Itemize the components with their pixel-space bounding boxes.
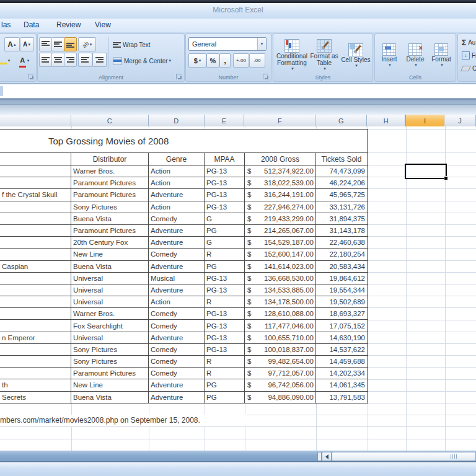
formula-bar[interactable] [0,84,476,99]
percent-format-button[interactable]: % [206,53,219,68]
gross-cell[interactable]: $318,022,539.00 [245,177,316,188]
distributor-cell[interactable]: Sony Pictures [71,356,149,367]
movie-cell[interactable] [0,225,71,236]
table-row[interactable]: CaspianBuena VistaAdventurePG$141,614,02… [0,261,368,273]
table-row[interactable]: 20th Century FoxAdventureG$154,529,187.0… [0,237,368,249]
table-row[interactable]: Paramount PicturesComedyR$97,712,057.001… [0,368,368,379]
genre-cell[interactable]: Comedy [149,249,205,260]
movie-cell[interactable] [0,249,71,260]
column-header-cropped[interactable] [0,115,71,126]
gross-cell[interactable]: $117,477,046.00 [245,320,316,331]
tickets-cell[interactable]: 18,693,327 [316,308,368,319]
align-top-button[interactable] [39,37,52,51]
distributor-cell[interactable]: Warner Bros. [71,308,149,319]
column-header-I[interactable]: I [405,115,444,126]
genre-cell[interactable]: Adventure [149,189,205,200]
horizontal-scrollbar[interactable] [0,451,476,461]
gross-cell[interactable]: $99,482,654.00 [245,356,316,367]
column-header-D[interactable]: D [149,115,205,126]
movie-cell[interactable] [0,273,71,284]
table-row[interactable]: Sony PicturesComedyPG-13$100,018,837.001… [0,344,368,356]
gross-cell[interactable]: $227,946,274.00 [245,201,316,213]
table-row[interactable]: Paramount PicturesAdventurePG$214,265,06… [0,225,368,237]
genre-cell[interactable]: Action [149,201,205,213]
tickets-cell[interactable]: 74,473,099 [316,165,368,177]
tickets-cell[interactable]: 17,075,152 [316,320,368,331]
movie-cell[interactable] [0,237,71,248]
movie-cell[interactable] [0,308,71,319]
genre-cell[interactable]: Comedy [149,308,205,319]
gross-cell[interactable]: $141,614,023.00 [245,261,316,272]
distributor-cell[interactable]: Fox Searchlight [71,320,149,331]
distributor-cell[interactable]: Universal [71,273,149,284]
table-row[interactable]: Fox SearchlightComedyPG-13$117,477,046.0… [0,320,368,332]
distributor-cell[interactable]: New Line [71,249,149,260]
wrap-text-button[interactable]: Wrap Text [111,38,152,51]
table-row[interactable]: SecretsBuena VistaAdventurePG$94,886,090… [0,392,368,403]
column-header-C[interactable]: C [71,115,149,126]
mpaa-cell[interactable]: R [205,249,245,260]
mpaa-cell[interactable]: PG [205,225,245,236]
align-right-button[interactable] [64,53,77,67]
tickets-cell[interactable]: 14,630,190 [316,332,368,343]
align-bottom-button[interactable] [64,37,77,51]
genre-cell[interactable]: Musical [149,273,205,284]
table-row[interactable]: UniversalMusicalPG-13$136,668,530.0019,8… [0,273,368,284]
movie-cell[interactable]: Caspian [0,261,71,272]
mpaa-cell[interactable]: PG-13 [205,308,245,319]
genre-cell[interactable]: Comedy [149,344,205,355]
gross-cell[interactable]: $96,742,056.00 [245,379,316,390]
tickets-cell[interactable]: 33,131,726 [316,201,368,213]
font-dialog-launcher[interactable] [28,74,33,79]
table-row[interactable]: UniversalAdventurePG-13$134,533,885.0019… [0,284,368,296]
column-header-G[interactable]: G [315,115,367,126]
genre-cell[interactable]: Adventure [149,225,205,236]
clear-button[interactable]: Cl [460,63,476,74]
mpaa-cell[interactable]: PG-13 [205,332,245,343]
tickets-cell[interactable]: 13,791,583 [316,392,368,403]
distributor-cell[interactable]: Universal [71,332,149,343]
worksheet-grid[interactable]: Top Grossing Movies of 2008 DistributorG… [0,126,476,451]
gross-cell[interactable]: $136,668,530.00 [245,273,316,284]
tickets-cell[interactable]: 19,864,612 [316,273,368,284]
distributor-cell[interactable]: Paramount Pictures [71,225,149,236]
movie-cell[interactable]: Secrets [0,392,71,403]
ribbon-tab-review[interactable]: Review [56,20,81,29]
genre-cell[interactable]: Action [149,165,205,177]
genre-cell[interactable]: Action [149,296,205,307]
genre-cell[interactable]: Adventure [149,261,205,272]
selected-cell[interactable] [405,164,447,179]
distributor-cell[interactable]: New Line [71,379,149,390]
mpaa-cell[interactable]: G [205,213,245,224]
movie-cell[interactable]: th [0,379,71,390]
scroll-left-button[interactable] [322,452,332,461]
table-row[interactable]: Sony PicturesComedyR$99,482,654.0014,459… [0,356,368,368]
distributor-cell[interactable]: Buena Vista [71,392,149,403]
distributor-cell[interactable]: Buena Vista [71,213,149,224]
distributor-cell[interactable]: Buena Vista [71,261,149,272]
mpaa-cell[interactable]: PG-13 [205,201,245,213]
mpaa-cell[interactable]: PG [205,261,245,272]
movie-cell[interactable] [0,356,71,367]
merge-center-button[interactable]: Merge & Center ▾ [111,55,173,67]
mpaa-cell[interactable]: PG-13 [205,177,245,188]
gross-cell[interactable]: $134,178,500.00 [245,296,316,307]
genre-cell[interactable]: Action [149,177,205,188]
genre-cell[interactable]: Adventure [149,332,205,343]
shrink-font-button[interactable]: A▼ [20,37,34,51]
table-row[interactable]: UniversalActionR$134,178,500.0019,502,68… [0,296,368,308]
gross-cell[interactable]: $512,374,922.00 [245,165,316,177]
movie-cell[interactable] [0,296,71,307]
format-cells-button[interactable]: Format ▾ [428,36,454,74]
genre-cell[interactable]: Adventure [149,379,205,390]
tickets-cell[interactable]: 14,202,334 [316,368,368,379]
distributor-cell[interactable]: Paramount Pictures [71,189,149,200]
table-row[interactable]: Warner Bros.ActionPG-13$512,374,922.0074… [0,165,368,177]
table-row[interactable]: n EmperorUniversalAdventurePG-13$100,655… [0,332,368,344]
insert-cells-button[interactable]: Insert ▾ [376,36,402,74]
genre-cell[interactable]: Comedy [149,356,205,367]
delete-cells-button[interactable]: × Delete ▾ [402,36,428,74]
tickets-cell[interactable]: 31,143,178 [316,225,368,236]
mpaa-cell[interactable]: PG-13 [205,344,245,355]
mpaa-cell[interactable]: PG [205,392,245,403]
